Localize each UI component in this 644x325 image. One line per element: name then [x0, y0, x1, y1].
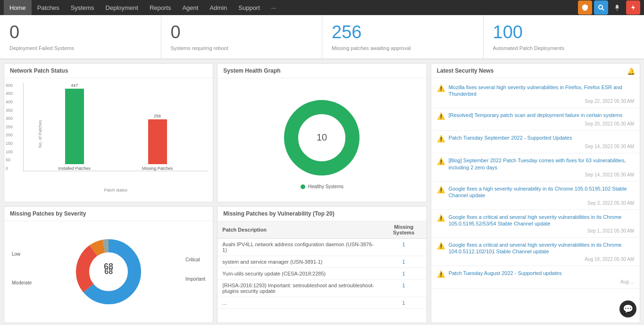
news-date-1: Sep 20, 2022 05:30 AM: [437, 121, 634, 126]
chat-bubble[interactable]: 💬: [619, 300, 636, 317]
vuln-table-wrapper[interactable]: Patch Description Missing Systems Avahi …: [217, 221, 426, 323]
severity-value-17: 17: [54, 250, 59, 255]
news-item[interactable]: ⚠️ Patch Tuesday September 2022 - Suppor…: [431, 131, 640, 153]
security-news-header: Latest Security News 🔔: [431, 64, 640, 78]
system-health-donut: 10: [279, 95, 364, 180]
bar-installed: 447 Installed Patches: [33, 83, 116, 171]
security-news-body: ⚠️ Mozilla fixes several high severity v…: [431, 78, 640, 323]
svg-marker-2: [631, 5, 635, 10]
missing-systems-1[interactable]: 1: [381, 256, 427, 267]
news-title-1[interactable]: [Resolved] Temporary patch scan and depl…: [449, 112, 622, 118]
news-bell-icon[interactable]: 🔔: [627, 67, 635, 75]
svg-text:10: 10: [317, 132, 327, 142]
bar-missing-rect: [148, 119, 167, 164]
missing-systems-0[interactable]: 1: [381, 238, 427, 256]
missing-severity-panel: Missing Patches by Severity Low Moderate: [4, 206, 213, 323]
nav-item-home[interactable]: Home: [4, 0, 32, 15]
severity-label-important: Important: [185, 276, 205, 282]
stat-reboot-label: Systems requiring reboot: [171, 45, 313, 51]
news-item[interactable]: ⚠️ Google fixes a high severity vulnerab…: [431, 182, 640, 210]
svg-text:68: 68: [104, 262, 113, 271]
news-alert-icon: ⚠️: [437, 84, 445, 92]
bell-icon[interactable]: [610, 0, 624, 15]
news-date-4: Sep 3, 2022 05:30 AM: [437, 200, 634, 206]
news-date-5: Sep 1, 2022 05:30 AM: [437, 228, 634, 233]
stat-automated-number: 100: [493, 23, 635, 42]
main-grid: Network Patch Status No. of Patches 0501…: [0, 59, 644, 325]
patch-desc-1: system and service manager (USN-3891-1): [217, 256, 381, 267]
system-health-body: 10 Healthy Systems: [217, 78, 426, 202]
stat-failed-label: Deployment Failed Systems: [9, 45, 151, 51]
x-axis-label: Patch status: [23, 188, 208, 192]
stat-missing-patches: 256 Missing patches awaiting approval: [322, 15, 484, 58]
search-icon[interactable]: [594, 0, 608, 15]
news-item[interactable]: ⚠️ [Blog] September 2022 Patch Tuesday c…: [431, 153, 640, 182]
news-alert-icon: ⚠️: [437, 242, 445, 250]
nav-item-agent[interactable]: Agent: [176, 0, 204, 15]
patch-desc-3: {RHSA-2016:1293} Important: setroublesho…: [217, 279, 381, 297]
news-item[interactable]: ⚠️ Google fixes a critical and several h…: [431, 238, 640, 266]
news-alert-icon: ⚠️: [437, 270, 445, 278]
missing-vuln-title: Missing Patches by Vulnerability (Top 20…: [217, 207, 426, 221]
bar-installed-rect: [65, 89, 84, 164]
security-news-panel: Latest Security News 🔔 ⚠️ Mozilla fixes …: [431, 63, 640, 323]
news-title-2[interactable]: Patch Tuesday September 2022 - Supported…: [449, 134, 572, 141]
missing-vuln-body: Patch Description Missing Systems Avahi …: [217, 221, 426, 323]
system-health-panel: System Health Graph 10 Healthy Systems: [217, 63, 427, 202]
system-health-legend: Healthy Systems: [301, 184, 343, 189]
news-date-7: Aug ...: [437, 279, 634, 284]
news-date-3: Sep 14, 2022 05:30 AM: [437, 172, 634, 177]
nav-item-reports[interactable]: Reports: [144, 0, 177, 15]
nav-item-systems[interactable]: Systems: [65, 0, 100, 15]
stat-automated-deployments: 100 Automated Patch Deployments: [484, 15, 644, 58]
nav-item-admin[interactable]: Admin: [204, 0, 233, 15]
stat-automated-label: Automated Patch Deployments: [493, 45, 635, 51]
stat-reboot-systems: 0 Systems requiring reboot: [161, 15, 323, 58]
lightning-icon[interactable]: [626, 0, 640, 15]
missing-systems-3[interactable]: 1: [381, 279, 427, 297]
news-item[interactable]: ⚠️ Patch Tuesday August 2022 - Supported…: [431, 266, 640, 289]
news-date-0: Sep 22, 2022 05:30 AM: [437, 99, 634, 104]
missing-systems-4[interactable]: 1: [381, 297, 427, 308]
y-axis-labels: 050100150200 250300350400450500: [6, 83, 13, 171]
news-item[interactable]: ⚠️ Mozilla fixes several high severity v…: [431, 80, 640, 108]
security-news-title: Latest Security News: [437, 67, 494, 74]
news-title-0[interactable]: Mozilla fixes several high severity vuln…: [449, 84, 634, 98]
nav-item-patches[interactable]: Patches: [32, 0, 65, 15]
stat-failed-systems: 0 Deployment Failed Systems: [0, 15, 161, 58]
stat-missing-number: 256: [332, 23, 474, 42]
system-health-title: System Health Graph: [217, 64, 426, 78]
news-date-2: Sep 14, 2022 05:30 AM: [437, 144, 634, 149]
table-row: ... 1: [217, 297, 426, 308]
news-list[interactable]: ⚠️ Mozilla fixes several high severity v…: [431, 78, 640, 323]
nav-item-more[interactable]: ···: [266, 0, 282, 15]
nav-item-support[interactable]: Support: [233, 0, 266, 15]
missing-severity-title: Missing Patches by Severity: [4, 207, 213, 221]
news-title-3[interactable]: [Blog] September 2022 Patch Tuesday come…: [449, 157, 634, 171]
news-item[interactable]: ⚠️ [Resolved] Temporary patch scan and d…: [431, 108, 640, 131]
missing-systems-2[interactable]: 1: [381, 267, 427, 279]
news-title-7[interactable]: Patch Tuesday August 2022 - Supported up…: [449, 270, 562, 276]
svg-point-0: [599, 5, 602, 9]
news-date-6: Aug 18, 2022 05:30 AM: [437, 257, 634, 262]
patch-desc-0: Avahi IPV4LL network address configurati…: [217, 238, 381, 256]
news-alert-icon: ⚠️: [437, 135, 445, 142]
bar-missing: 256 Missing Patches: [116, 114, 199, 171]
news-item[interactable]: ⚠️ Google fixes a critical and several h…: [431, 210, 640, 238]
news-title-6[interactable]: Google fixes a critical and several high…: [449, 242, 634, 255]
bar-installed-value: 447: [71, 83, 78, 88]
patch-desc-4: ...: [217, 297, 381, 308]
news-title-5[interactable]: Google fixes a critical and several high…: [449, 214, 634, 227]
severity-value-167: 167: [50, 297, 58, 302]
stat-failed-number: 0: [9, 23, 151, 42]
vuln-table: Patch Description Missing Systems Avahi …: [217, 221, 426, 309]
news-alert-icon: ⚠️: [437, 186, 445, 193]
nav-item-deployment[interactable]: Deployment: [100, 0, 144, 15]
news-title-4[interactable]: Google fixes a high severity vulnerabili…: [449, 185, 634, 199]
network-patch-title: Network Patch Status: [4, 64, 213, 78]
navbar: Home Patches Systems Deployment Reports …: [0, 0, 644, 15]
shield-icon[interactable]: [578, 0, 592, 15]
severity-label-moderate: Moderate: [12, 280, 32, 285]
healthy-dot: [301, 184, 305, 189]
svg-line-1: [602, 8, 604, 10]
